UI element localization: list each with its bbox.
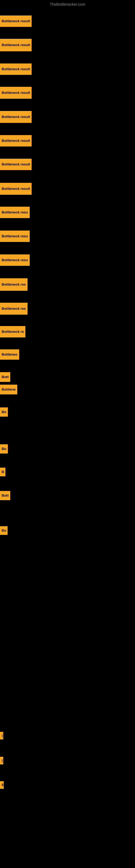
bottleneck-result-badge: Bottleneck res — [0, 278, 28, 291]
bottleneck-result-badge: Bo — [0, 444, 8, 454]
bottleneck-result-badge: | — [0, 732, 3, 739]
bottleneck-result-badge: Bottleneck result — [0, 63, 32, 75]
bottleneck-result-badge: Bottleneck result — [0, 135, 32, 147]
bottleneck-result-badge: Bottleneck result — [0, 16, 32, 27]
bottleneck-result-badge: | — [0, 757, 3, 764]
bottleneck-result-badge: Bottleneck result — [0, 183, 32, 195]
bottleneck-result-badge: Bottleneck res — [0, 303, 28, 315]
bottleneck-result-badge: Bottleneck result — [0, 111, 32, 123]
bottleneck-result-badge: Bottlenec — [0, 349, 19, 360]
bottleneck-result-badge: Bott — [0, 372, 10, 382]
bottleneck-result-badge: Bottleneck resu — [0, 207, 30, 218]
bottleneck-result-badge: Bo — [0, 407, 8, 416]
bottleneck-result-badge: B — [0, 468, 5, 476]
bottleneck-result-badge: Bottleneck resu — [0, 230, 30, 242]
bottleneck-result-badge: Bottleneck resu — [0, 254, 30, 266]
site-title: TheBottlenecker.com — [50, 2, 85, 6]
bottleneck-result-badge: Bottleneck re — [0, 326, 26, 337]
bottleneck-result-badge: Bo — [0, 526, 8, 535]
bottleneck-result-badge: Bottleneck result — [0, 39, 32, 51]
bottleneck-result-badge: Bott — [0, 491, 10, 500]
bottleneck-result-badge: Bottlene — [0, 384, 17, 394]
bottleneck-result-badge: E — [0, 781, 4, 789]
bottleneck-result-badge: Bottleneck result — [0, 159, 32, 170]
bottleneck-result-badge: Bottleneck result — [0, 87, 32, 99]
